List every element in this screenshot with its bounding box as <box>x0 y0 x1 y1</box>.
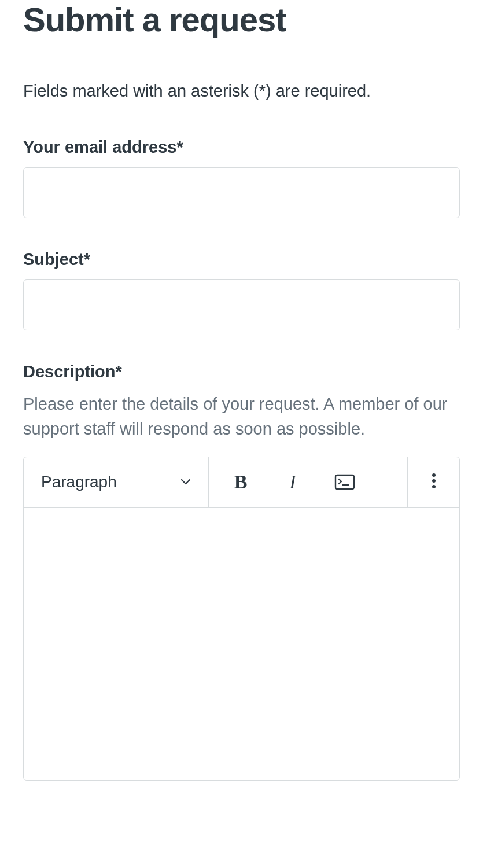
email-label: Your email address* <box>23 138 460 157</box>
subject-input[interactable] <box>23 279 460 330</box>
required-fields-note: Fields marked with an asterisk (*) are r… <box>23 79 460 103</box>
description-editor-body[interactable] <box>24 508 459 780</box>
code-block-icon <box>334 473 355 491</box>
editor-toolbar: Paragraph B I <box>24 457 459 508</box>
italic-button[interactable]: I <box>272 462 313 502</box>
more-options-button[interactable] <box>407 457 459 507</box>
description-label: Description* <box>23 362 460 381</box>
svg-point-2 <box>432 473 436 477</box>
svg-point-3 <box>432 479 436 483</box>
format-dropdown[interactable]: Paragraph <box>24 457 209 507</box>
format-dropdown-label: Paragraph <box>41 473 117 491</box>
svg-point-4 <box>432 485 436 488</box>
description-field-group: Description* Please enter the details of… <box>23 362 460 781</box>
toolbar-buttons-group: B I <box>209 457 407 507</box>
subject-field-group: Subject* <box>23 250 460 330</box>
bold-icon: B <box>234 471 248 493</box>
page-title: Submit a request <box>23 0 460 39</box>
more-vertical-icon <box>432 472 436 492</box>
svg-rect-0 <box>335 475 354 489</box>
bold-button[interactable]: B <box>220 462 261 502</box>
chevron-down-icon <box>180 479 191 486</box>
italic-icon: I <box>289 471 296 493</box>
email-input[interactable] <box>23 167 460 218</box>
description-hint: Please enter the details of your request… <box>23 392 460 442</box>
rich-text-editor: Paragraph B I <box>23 457 460 781</box>
email-field-group: Your email address* <box>23 138 460 218</box>
code-block-button[interactable] <box>325 462 365 502</box>
subject-label: Subject* <box>23 250 460 269</box>
